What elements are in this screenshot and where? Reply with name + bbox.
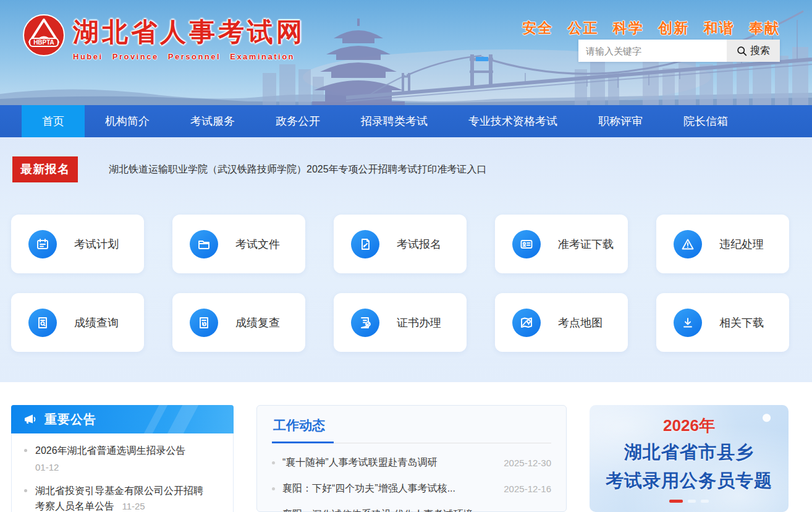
news-title: “襄十随神”人事考试联盟赴青岛调研 bbox=[282, 456, 497, 469]
important-notices-panel: 重要公告 2026年湖北省普通选调生招录公告 01-12 湖北省投资引导基金有限… bbox=[11, 405, 234, 512]
nav-item-recruitment-exams[interactable]: 招录聘类考试 bbox=[340, 105, 448, 137]
notice-title: 湖北省投资引导基金有限公司公开招聘考察人员名单公告 bbox=[35, 485, 203, 511]
service-card-label: 考试文件 bbox=[235, 237, 280, 252]
promo-year: 2026年 bbox=[663, 415, 715, 437]
search-button-label: 搜索 bbox=[750, 45, 770, 58]
service-card-label: 考试计划 bbox=[74, 237, 119, 252]
bullet-dot bbox=[24, 449, 27, 452]
carousel-dash bbox=[688, 500, 696, 503]
carousel-dash-active bbox=[669, 500, 683, 503]
nav-item-home[interactable]: 首页 bbox=[22, 105, 85, 137]
service-card-exam-registration[interactable]: 考试报名 bbox=[334, 215, 467, 273]
nav-item-about[interactable]: 机构简介 bbox=[85, 105, 170, 137]
promo-line-region: 湖北省省市县乡 bbox=[624, 440, 754, 465]
service-card-label: 违纪处理 bbox=[719, 237, 764, 252]
important-notices-list: 2026年湖北省普通选调生招录公告 01-12 湖北省投资引导基金有限公司公开招… bbox=[11, 433, 234, 512]
warning-icon bbox=[674, 230, 702, 258]
service-card-score-inquiry[interactable]: 成绩查询 bbox=[11, 293, 144, 352]
service-card-label: 考点地图 bbox=[558, 315, 603, 330]
search-input[interactable] bbox=[578, 40, 727, 62]
folder-icon bbox=[190, 230, 218, 258]
svg-text:HBPTA: HBPTA bbox=[33, 39, 54, 46]
service-card-score-recheck[interactable]: 成绩复查 bbox=[172, 293, 305, 352]
service-card-label: 准考证下载 bbox=[558, 237, 614, 252]
notice-date: 11-25 bbox=[122, 501, 145, 511]
promo-line-topic: 考试录用公务员专题 bbox=[606, 469, 772, 493]
nav-item-exam-services[interactable]: 考试服务 bbox=[170, 105, 255, 137]
slogan-text: 安全 公正 科学 创新 和谐 奉献 bbox=[522, 19, 780, 38]
work-news-panel: 工作动态 “襄十随神”人事考试联盟赴青岛调研 2025-12-30 襄阳：下好“… bbox=[256, 405, 567, 512]
nav-item-gov-disclosure[interactable]: 政务公开 bbox=[255, 105, 340, 137]
search-icon bbox=[737, 46, 747, 56]
notice-date: 01-12 bbox=[35, 460, 211, 474]
document-pen-icon bbox=[351, 230, 379, 258]
bullet-dot bbox=[272, 487, 275, 490]
service-card-related-downloads[interactable]: 相关下载 bbox=[656, 293, 789, 352]
news-item[interactable]: “襄十随神”人事考试联盟赴青岛调研 2025-12-30 bbox=[272, 456, 551, 469]
news-item[interactable]: 襄阳：下好“四个功夫”增强人事考试核... 2025-12-16 bbox=[272, 482, 551, 495]
service-card-certificate-processing[interactable]: 证书办理 bbox=[334, 293, 467, 352]
megaphone-icon bbox=[22, 412, 37, 427]
nav-item-professional-qualification-exams[interactable]: 专业技术资格考试 bbox=[448, 105, 578, 137]
site-subtitle: Hubei Province Personnel Examination bbox=[73, 52, 305, 61]
service-card-admission-ticket-download[interactable]: 准考证下载 bbox=[495, 215, 628, 273]
search-bar: 搜索 bbox=[578, 40, 780, 62]
nav-item-title-review[interactable]: 职称评审 bbox=[578, 105, 663, 137]
carousel-dash bbox=[701, 500, 709, 503]
news-title: 襄阳：深化诚信体系建设 优化人事考试环境 bbox=[282, 508, 497, 512]
civil-servant-exam-promo-banner[interactable]: 2026年 湖北省省市县乡 考试录用公务员专题 bbox=[590, 405, 789, 512]
header-decor bbox=[139, 405, 171, 433]
site-title: 湖北省人事考试网 bbox=[73, 15, 305, 49]
main-section: 最新报名 湖北铁道运输职业学院（武汉铁路技师学院）2025年专项公开招聘考试打印… bbox=[0, 137, 812, 382]
notice-item[interactable]: 湖北省投资引导基金有限公司公开招聘考察人员名单公告 11-25 bbox=[23, 484, 211, 512]
carousel-indicator[interactable] bbox=[669, 500, 709, 503]
important-notices-title: 重要公告 bbox=[44, 411, 96, 428]
news-title: 襄阳：下好“四个功夫”增强人事考试核... bbox=[282, 482, 497, 495]
service-card-label: 相关下载 bbox=[719, 315, 764, 330]
nav-item-director-mailbox[interactable]: 院长信箱 bbox=[663, 105, 748, 137]
header-decor bbox=[163, 405, 201, 433]
service-card-label: 考试报名 bbox=[397, 237, 441, 252]
main-nav: 首页 机构简介 考试服务 政务公开 招录聘类考试 专业技术资格考试 职称评审 院… bbox=[0, 105, 812, 137]
service-card-grid: 考试计划 考试文件 考试报名 准考证下载 违纪处理 bbox=[0, 215, 812, 352]
latest-registration-badge: 最新报名 bbox=[12, 156, 78, 182]
map-pin-icon bbox=[512, 309, 541, 337]
important-notices-header: 重要公告 bbox=[11, 405, 234, 433]
news-date: 2025-12-16 bbox=[504, 484, 551, 494]
service-card-violation-handling[interactable]: 违纪处理 bbox=[656, 215, 789, 273]
site-header: HBPTA 湖北省人事考试网 Hubei Province Personnel … bbox=[0, 0, 812, 105]
id-card-icon bbox=[512, 230, 541, 258]
bullet-dot bbox=[24, 489, 27, 492]
certificate-check-icon bbox=[351, 309, 379, 337]
notice-title: 2026年湖北省普通选调生招录公告 bbox=[35, 445, 186, 456]
latest-registration-row: 最新报名 湖北铁道运输职业学院（武汉铁路技师学院）2025年专项公开招聘考试打印… bbox=[0, 137, 812, 182]
hbpta-logo[interactable]: HBPTA bbox=[22, 14, 66, 57]
service-card-label: 证书办理 bbox=[397, 315, 441, 330]
service-card-exam-documents[interactable]: 考试文件 bbox=[172, 215, 305, 273]
service-card-label: 成绩查询 bbox=[74, 315, 119, 330]
service-card-exam-site-map[interactable]: 考点地图 bbox=[495, 293, 628, 352]
work-news-list: “襄十随神”人事考试联盟赴青岛调研 2025-12-30 襄阳：下好“四个功夫”… bbox=[272, 456, 551, 512]
news-date: 2025-12-30 bbox=[504, 458, 551, 468]
site-title-block: 湖北省人事考试网 Hubei Province Personnel Examin… bbox=[73, 15, 305, 61]
download-icon bbox=[674, 309, 702, 337]
news-item[interactable]: 襄阳：深化诚信体系建设 优化人事考试环境 2025-10-23 bbox=[272, 508, 551, 512]
service-card-exam-plan[interactable]: 考试计划 bbox=[11, 215, 144, 273]
bullet-dot bbox=[272, 461, 275, 464]
latest-registration-link[interactable]: 湖北铁道运输职业学院（武汉铁路技师学院）2025年专项公开招聘考试打印准考证入口 bbox=[109, 163, 487, 176]
title-underline bbox=[272, 442, 551, 443]
notice-item[interactable]: 2026年湖北省普通选调生招录公告 01-12 bbox=[23, 443, 211, 474]
search-button[interactable]: 搜索 bbox=[727, 40, 780, 62]
news-date: 2025-10-23 bbox=[504, 510, 551, 512]
service-card-label: 成绩复查 bbox=[235, 315, 280, 330]
document-search-icon bbox=[28, 309, 57, 337]
calendar-icon bbox=[28, 230, 57, 258]
bottom-panels: 重要公告 2026年湖北省普通选调生招录公告 01-12 湖北省投资引导基金有限… bbox=[0, 382, 812, 512]
document-recheck-icon bbox=[190, 309, 218, 337]
work-news-title: 工作动态 bbox=[272, 417, 551, 434]
